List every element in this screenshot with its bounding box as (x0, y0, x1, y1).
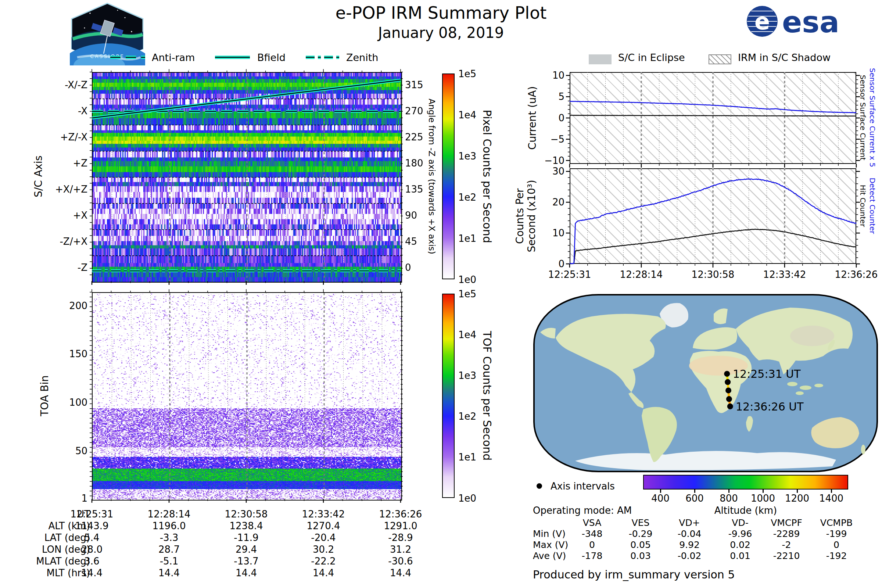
world-map (533, 294, 878, 472)
pixel-cb-tick: 1e4 (458, 110, 476, 120)
angle-ytick: 270 (405, 105, 423, 117)
sc-ytick: -Z/+X (33, 236, 87, 247)
sc-spectrogram-ticks-overlay (92, 72, 400, 281)
counts-plot-lines (570, 168, 856, 264)
tof-cb-tick: 1e3 (458, 370, 476, 381)
tof-cb-tick: 1e0 (458, 493, 476, 504)
counts-ylabel-line2: Second (x10³) (525, 180, 538, 252)
counts-ytick: 0 (536, 258, 564, 269)
pixel-colorbar (442, 74, 454, 279)
toa-spectrogram-ticks-overlay (92, 292, 400, 499)
pixel-cb-tick: 1e5 (458, 68, 476, 80)
alt-cb-tick: 800 (714, 493, 744, 504)
alt-cb-tickmark (694, 489, 695, 493)
angle-ytick: 90 (405, 210, 417, 221)
sc-ytick: -X/-Z (33, 80, 87, 90)
sc-ytick: +X (33, 210, 87, 221)
alt-cb-tick: 1400 (817, 493, 846, 504)
zenith-legend-line (306, 54, 340, 60)
sc-ytick: -X (33, 105, 87, 117)
angle-ytick: 180 (405, 158, 423, 169)
toa-ytick: 150 (44, 348, 87, 359)
tof-cb-tick: 1e1 (458, 452, 476, 463)
toa-ytick: 50 (44, 446, 87, 456)
altitude-cb-label: Altitude (km) (690, 505, 801, 516)
counts-right-label-blue: Detect Counter (868, 178, 877, 234)
altitude-colorbar (643, 475, 848, 489)
legend-antiram-label: Anti-ram (152, 52, 195, 63)
alt-cb-tickmark (728, 489, 729, 493)
axis-intervals-dot-icon (537, 483, 542, 489)
pixel-cb-tick: 1e1 (458, 233, 476, 244)
current-ytick: −10 (536, 155, 564, 166)
tof-cb-tick: 1e4 (458, 329, 476, 340)
eclipse-legend-patch (589, 54, 612, 64)
shadow-legend-patch (708, 54, 731, 64)
angle-ytick: 0 (405, 262, 411, 273)
produced-by-text: Produced by irm_summary version 5 (533, 568, 735, 581)
current-ytick: 10 (536, 70, 564, 81)
current-plot-lines (570, 72, 856, 164)
svg-text:e: e (754, 8, 770, 35)
time-xtick: 12:36:26 (823, 269, 882, 280)
shadow-legend-label: IRM in S/C Shadow (738, 52, 831, 63)
pixel-cb-tick: 1e3 (458, 151, 476, 162)
counts-ytick: 10 (536, 228, 564, 238)
antiram-legend-line (110, 54, 145, 60)
angle-ytick: 135 (405, 184, 423, 195)
tof-cb-tick: 1e2 (458, 411, 476, 422)
eclipse-legend-label: S/C in Eclipse (618, 52, 685, 63)
legend-bfield-label: Bfield (257, 52, 285, 63)
epop-irm-summary-page: CASSIOPE e-POP IRM Summary Plot January … (0, 0, 882, 588)
axis-intervals-label: Axis intervals (550, 481, 615, 492)
track-start-label: 12:25:31 UT (733, 368, 801, 380)
sc-ytick: +X/+Z (33, 184, 87, 195)
alt-cb-tickmark (797, 489, 798, 493)
counts-right-label-black: Hit Counter (858, 185, 867, 227)
angle-ytick: 315 (405, 80, 423, 90)
counts-ytick: 30 (536, 166, 564, 177)
angle-ytick: 225 (405, 132, 423, 142)
alt-cb-tick: 600 (680, 493, 709, 504)
pixel-cb-tick: 1e0 (458, 274, 476, 285)
page-title: e-POP IRM Summary Plot (257, 3, 625, 23)
toa-ytick: 1 (44, 493, 87, 504)
current-right-label-black: Sensor Surface Current (858, 75, 867, 160)
angle-axis-label: Angle from -Z axis (towards +X axis) (427, 99, 436, 254)
current-ytick: −5 (536, 134, 564, 145)
alt-cb-tickmark (660, 489, 661, 493)
tof-cb-tick: 1e5 (458, 288, 476, 300)
toa-ytick: 200 (44, 300, 87, 311)
time-xtick: 12:33:42 (752, 269, 818, 280)
ephemeris-table: UT12:25:3112:28:1412:30:5812:33:4212:36:… (8, 508, 463, 582)
tof-colorbar (442, 294, 454, 498)
alt-cb-tick: 400 (646, 493, 675, 504)
angle-ytick: 45 (405, 236, 417, 247)
pixel-cb-label: Pixel Counts per Second (481, 110, 494, 243)
esa-wordmark: esa (782, 5, 839, 39)
track-end-label: 12:36:26 UT (736, 400, 804, 413)
alt-cb-tickmark (831, 489, 832, 493)
current-ytick: 0 (536, 112, 564, 123)
alt-cb-tick: 1200 (782, 493, 812, 504)
page-date: January 08, 2019 (257, 24, 625, 41)
counts-ytick: 20 (536, 196, 564, 208)
esa-logo: e esa (745, 4, 867, 39)
toa-ylabel: TOA Bin (39, 375, 51, 416)
alt-cb-tick: 1000 (748, 493, 778, 504)
current-ytick: 5 (536, 91, 564, 102)
legend-zenith-label: Zenith (346, 52, 378, 63)
toa-ytick: 100 (44, 397, 87, 408)
bfield-legend-line (215, 54, 250, 60)
time-xtick: 12:25:31 (537, 269, 603, 280)
operating-mode: Operating mode: AM (533, 505, 632, 516)
sc-ytick: +Z (33, 158, 87, 169)
pixel-cb-tick: 1e2 (458, 192, 476, 203)
counts-ylabel-line1: Counts Per (514, 188, 526, 244)
sc-ytick: +Z/-X (33, 132, 87, 142)
alt-cb-tickmark (763, 489, 764, 493)
current-right-label-blue: Sensor Surface Current x 5 (868, 68, 877, 167)
time-xtick: 12:28:14 (608, 269, 674, 280)
sc-ytick: -Z (33, 262, 87, 273)
voltage-table: VSAVESVD+VD-VMCPFVCMPB Min (V)-348-0.29-… (533, 518, 878, 565)
